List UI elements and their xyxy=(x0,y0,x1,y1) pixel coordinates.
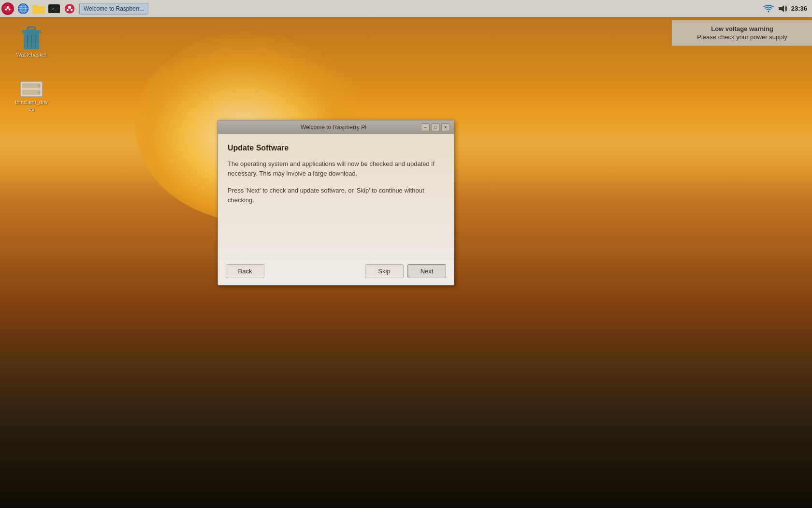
browser-button[interactable] xyxy=(16,2,30,15)
svg-point-14 xyxy=(68,6,71,9)
svg-rect-23 xyxy=(24,33,39,49)
back-button[interactable]: Back xyxy=(226,264,264,278)
restore-button[interactable]: □ xyxy=(431,123,440,131)
folder-icon xyxy=(32,3,45,14)
svg-line-18 xyxy=(70,9,71,9)
svg-point-0 xyxy=(7,6,9,8)
rpi-menu-button[interactable] xyxy=(1,2,14,15)
dialog-spacer xyxy=(228,212,444,251)
svg-marker-20 xyxy=(779,5,784,12)
wastebasket-icon xyxy=(20,26,43,51)
taskbar: >_ Welcome to Raspberr... xyxy=(0,0,812,17)
wastebasket-label: Wastebasket xyxy=(16,51,46,58)
svg-point-2 xyxy=(9,8,11,10)
wifi-icon xyxy=(763,4,774,13)
warning-message: Please check your power supply xyxy=(680,33,804,41)
svg-line-17 xyxy=(69,9,70,9)
next-button[interactable]: Next xyxy=(407,264,446,278)
thinclient-label: thinclient_drives xyxy=(15,99,47,113)
globe-icon xyxy=(17,3,29,15)
dialog-titlebar[interactable]: Welcome to Raspberry Pi – □ ✕ xyxy=(218,120,454,134)
rpi-icon xyxy=(64,3,75,14)
svg-rect-27 xyxy=(20,81,43,97)
voltage-warning: Low voltage warning Please check your po… xyxy=(672,20,812,46)
svg-line-3 xyxy=(7,8,8,9)
close-button[interactable]: ✕ xyxy=(441,123,450,131)
desktop: >_ Welcome to Raspberr... xyxy=(0,0,812,508)
svg-point-15 xyxy=(67,9,69,11)
active-window-title[interactable]: Welcome to Raspberr... xyxy=(79,3,148,15)
svg-rect-12 xyxy=(32,6,45,14)
terminal-button[interactable]: >_ xyxy=(47,2,61,15)
svg-rect-28 xyxy=(22,83,41,88)
dialog-buttons: Back Skip Next xyxy=(218,259,454,285)
svg-point-1 xyxy=(5,8,7,10)
terminal-icon: >_ xyxy=(48,4,60,13)
dialog-content: Update Software The operating system and… xyxy=(218,134,454,259)
thinclient-desktop-icon[interactable]: thinclient_drives xyxy=(10,77,53,115)
svg-line-4 xyxy=(8,8,9,9)
svg-rect-29 xyxy=(22,90,41,95)
rpi-logo-icon xyxy=(1,2,14,15)
svg-rect-22 xyxy=(22,30,41,33)
svg-point-31 xyxy=(38,91,40,94)
system-clock: 23:36 xyxy=(791,5,807,12)
volume-icon xyxy=(778,4,787,13)
minimize-button[interactable]: – xyxy=(421,123,430,131)
rpi-taskbar-icon[interactable] xyxy=(63,2,76,15)
svg-point-19 xyxy=(768,11,769,12)
dialog-heading: Update Software xyxy=(228,144,444,152)
dialog-body-text-2: Press 'Next' to check and update softwar… xyxy=(228,186,444,205)
dialog-title: Welcome to Raspberry Pi xyxy=(246,124,421,131)
update-software-dialog: Welcome to Raspberry Pi – □ ✕ Update Sof… xyxy=(218,120,454,285)
system-tray: 23:36 xyxy=(763,4,812,13)
skip-button[interactable]: Skip xyxy=(365,264,404,278)
titlebar-controls: – □ ✕ xyxy=(421,123,450,131)
svg-point-30 xyxy=(38,85,40,87)
dialog-body-text-1: The operating system and applications wi… xyxy=(228,159,444,178)
svg-point-16 xyxy=(71,9,73,11)
wastebasket-desktop-icon[interactable]: Wastebasket xyxy=(10,24,53,60)
filemanager-button[interactable] xyxy=(32,2,45,15)
svg-rect-21 xyxy=(28,27,35,30)
drive-icon xyxy=(19,79,44,99)
right-buttons: Skip Next xyxy=(365,264,446,278)
warning-title: Low voltage warning xyxy=(680,25,804,32)
